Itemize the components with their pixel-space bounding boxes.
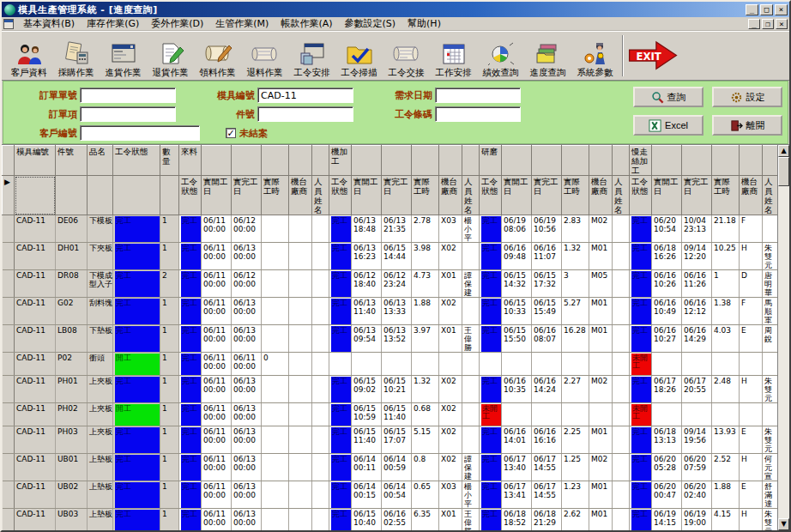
start-date-cell[interactable]: 06/11 00:00 bbox=[202, 376, 232, 403]
person-cell[interactable] bbox=[613, 454, 630, 481]
need-date-input[interactable] bbox=[435, 88, 521, 103]
person-cell[interactable] bbox=[312, 215, 329, 243]
person-cell[interactable]: 王偉勝 bbox=[462, 325, 480, 353]
start-date-cell[interactable]: 06/13 16:23 bbox=[352, 243, 382, 270]
table-row[interactable]: CAD-11PH02上夾板開工1完工06/11 00:0006/13 00:00… bbox=[3, 403, 778, 426]
row-indicator[interactable] bbox=[3, 481, 15, 509]
scroll-thumb[interactable] bbox=[778, 157, 789, 186]
status-cell[interactable]: 完工 bbox=[113, 509, 160, 531]
end-date-cell[interactable]: 06/18 21:29 bbox=[532, 509, 562, 531]
qty-cell[interactable]: 1 bbox=[160, 454, 179, 481]
mold-no-cell[interactable]: CAD-11 bbox=[15, 454, 56, 481]
scroll-up-icon[interactable]: ▲ bbox=[778, 145, 789, 157]
hours-cell[interactable] bbox=[712, 353, 740, 376]
end-date-cell[interactable]: 06/16 14:24 bbox=[532, 376, 562, 403]
hours-cell[interactable] bbox=[562, 353, 589, 376]
person-cell[interactable]: 舒滿達 bbox=[763, 481, 778, 509]
start-date-cell[interactable]: 06/15 15:50 bbox=[502, 325, 532, 353]
start-date-cell[interactable]: 06/20 10:54 bbox=[652, 215, 682, 243]
person-cell[interactable]: 朱雙元 bbox=[763, 376, 778, 403]
person-cell[interactable] bbox=[312, 298, 329, 325]
status-cell[interactable]: 完工 bbox=[329, 454, 352, 481]
hours-cell[interactable]: 16.28 bbox=[562, 325, 589, 353]
hours-cell[interactable]: 3 bbox=[562, 270, 589, 298]
status-cell[interactable]: 完工 bbox=[630, 270, 652, 298]
part-name-cell[interactable]: 刮料塊 bbox=[88, 298, 113, 325]
vendor-cell[interactable] bbox=[289, 426, 312, 454]
status-cell[interactable]: 開工 bbox=[113, 353, 160, 376]
start-date-cell[interactable]: 06/13 11:40 bbox=[352, 298, 382, 325]
vendor-cell[interactable] bbox=[740, 353, 763, 376]
status-cell[interactable]: 完工 bbox=[480, 376, 502, 403]
hours-cell[interactable]: 4.03 bbox=[712, 325, 740, 353]
part-no-cell[interactable]: PH03 bbox=[56, 426, 88, 454]
vendor-cell[interactable]: H bbox=[740, 376, 763, 403]
hours-cell[interactable] bbox=[262, 298, 289, 325]
hours-cell[interactable]: 2.27 bbox=[562, 376, 589, 403]
vendor-cell[interactable]: M01 bbox=[589, 509, 613, 531]
status-cell[interactable]: 完工 bbox=[329, 325, 352, 353]
part-no-cell[interactable]: PH01 bbox=[56, 376, 88, 403]
vendor-cell[interactable]: H bbox=[740, 454, 763, 481]
end-date-cell[interactable]: 06/16 11:07 bbox=[532, 243, 562, 270]
end-date-cell[interactable]: 06/11 00:00 bbox=[232, 353, 262, 376]
vendor-cell[interactable] bbox=[439, 353, 462, 376]
hours-cell[interactable]: 3.98 bbox=[412, 243, 439, 270]
start-date-cell[interactable]: 06/11 00:00 bbox=[202, 325, 232, 353]
status-cell[interactable]: 完工 bbox=[329, 481, 352, 509]
settings-button[interactable]: 設定 bbox=[712, 87, 782, 107]
start-date-cell[interactable]: 06/19 08:06 bbox=[502, 215, 532, 243]
status-cell[interactable]: 完工 bbox=[113, 426, 160, 454]
hours-cell[interactable]: 2.78 bbox=[412, 215, 439, 243]
person-cell[interactable] bbox=[613, 403, 630, 426]
toolbar-button-2[interactable]: 進貨作業 bbox=[100, 33, 147, 79]
person-cell[interactable] bbox=[462, 298, 480, 325]
end-date-cell[interactable]: 06/13 00:00 bbox=[232, 298, 262, 325]
status-cell[interactable]: 完工 bbox=[329, 298, 352, 325]
qty-cell[interactable]: 1 bbox=[160, 215, 179, 243]
end-date-cell[interactable]: 06/13 00:00 bbox=[232, 426, 262, 454]
person-cell[interactable] bbox=[613, 270, 630, 298]
end-date-cell[interactable]: 06/17 14:55 bbox=[532, 481, 562, 509]
part-name-cell[interactable]: 下模成型入子 bbox=[88, 270, 113, 298]
part-no-cell[interactable]: DH01 bbox=[56, 243, 88, 270]
hours-cell[interactable]: 1.88 bbox=[712, 481, 740, 509]
start-date-cell[interactable]: 06/11 00:00 bbox=[202, 243, 232, 270]
row-indicator[interactable] bbox=[3, 270, 15, 298]
start-date-cell[interactable] bbox=[652, 353, 682, 376]
table-row[interactable]: CAD-11DR08下模成型入子完工2完工06/11 00:0006/12 00… bbox=[3, 270, 778, 298]
part-name-cell[interactable]: 上墊板 bbox=[88, 509, 113, 531]
hours-cell[interactable]: 4.73 bbox=[412, 270, 439, 298]
part-name-cell[interactable]: 下夾板 bbox=[88, 243, 113, 270]
end-date-cell[interactable]: 06/16 16:16 bbox=[532, 426, 562, 454]
part-name-cell[interactable]: 上夾板 bbox=[88, 376, 113, 403]
menu-item-2[interactable]: 委外作業(D) bbox=[145, 16, 209, 31]
vendor-cell[interactable] bbox=[289, 325, 312, 353]
start-date-cell[interactable] bbox=[502, 353, 532, 376]
status-cell[interactable]: 完工 bbox=[630, 481, 652, 509]
status-cell[interactable]: 未開工 bbox=[630, 403, 652, 426]
hours-cell[interactable] bbox=[412, 353, 439, 376]
vendor-cell[interactable]: X02 bbox=[439, 298, 462, 325]
person-cell[interactable]: 朱雙元 bbox=[763, 243, 778, 270]
menu-item-0[interactable]: 基本資料(B) bbox=[17, 16, 81, 31]
qty-cell[interactable]: 1 bbox=[160, 509, 179, 531]
end-date-cell[interactable]: 09/14 19:56 bbox=[682, 426, 712, 454]
person-cell[interactable] bbox=[763, 215, 778, 243]
person-cell[interactable] bbox=[312, 509, 329, 531]
status-cell[interactable]: 完工 bbox=[329, 243, 352, 270]
hours-cell[interactable]: 0.8 bbox=[412, 454, 439, 481]
menu-item-5[interactable]: 參數設定(S) bbox=[339, 16, 402, 31]
start-date-cell[interactable]: 06/20 00:47 bbox=[652, 481, 682, 509]
hours-cell[interactable] bbox=[262, 509, 289, 531]
person-cell[interactable] bbox=[312, 353, 329, 376]
end-date-cell[interactable]: 06/13 13:52 bbox=[382, 325, 412, 353]
start-date-cell[interactable] bbox=[502, 403, 532, 426]
end-date-cell[interactable]: 06/15 17:32 bbox=[532, 270, 562, 298]
end-date-cell[interactable]: 06/15 17:07 bbox=[382, 426, 412, 454]
start-date-cell[interactable]: 06/13 09:54 bbox=[352, 325, 382, 353]
vendor-cell[interactable]: M02 bbox=[589, 376, 613, 403]
status-cell[interactable]: 完工 bbox=[113, 270, 160, 298]
table-row[interactable]: CAD-11UB01上墊板完工1完工06/11 00:0006/13 00:00… bbox=[3, 454, 778, 481]
status-cell[interactable]: 完工 bbox=[179, 353, 202, 376]
